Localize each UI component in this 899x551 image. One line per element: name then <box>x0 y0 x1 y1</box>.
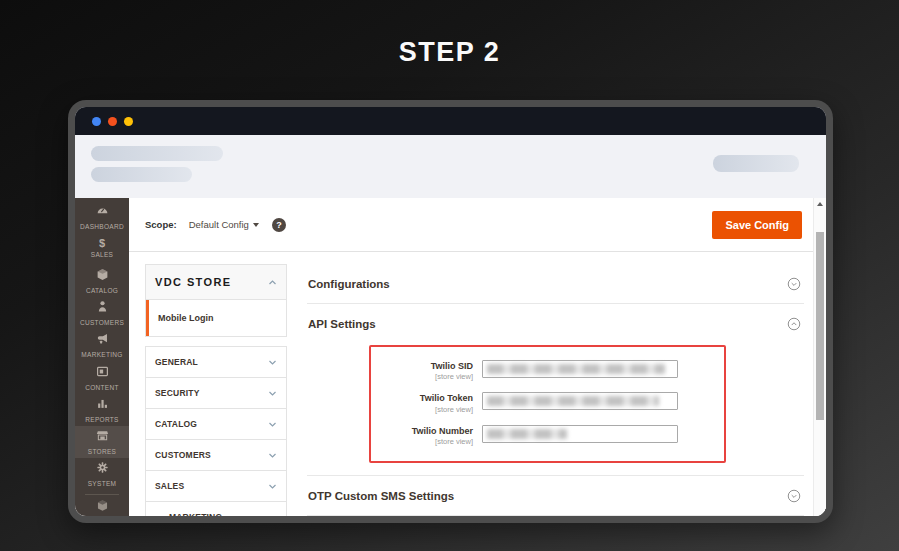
chevron-down-icon <box>268 389 277 398</box>
section-title: API Settings <box>308 318 376 330</box>
sidebar-item-label: SALES <box>91 251 113 258</box>
extensions-cube-icon <box>96 498 109 516</box>
sidebar-item-label: SYSTEM <box>88 480 117 487</box>
circle-chevron-down-icon <box>787 489 801 503</box>
megaphone-icon <box>96 331 109 349</box>
nav-item-label: Mobile Login <box>158 313 214 323</box>
question-mark-icon: ? <box>276 220 282 230</box>
chevron-down-icon <box>268 482 277 491</box>
nav-item-customers[interactable]: CUSTOMERS <box>146 440 286 471</box>
field-scope-label: [store view] <box>385 372 473 381</box>
sidebar-item-customers[interactable]: CUSTOMERS <box>75 297 129 329</box>
field-label: Twilio Number <box>385 426 473 437</box>
section-configurations[interactable]: Configurations <box>307 264 804 303</box>
nav-item-catalog[interactable]: CATALOG <box>146 409 286 440</box>
section-api-settings[interactable]: API Settings <box>307 304 804 343</box>
highlight-box: Twilio SID [store view] Twil <box>369 345 726 463</box>
chevron-down-icon <box>268 420 277 429</box>
storefront-icon <box>96 428 109 446</box>
field-scope-label: [store view] <box>385 437 473 446</box>
nav-item-mobile-login-active[interactable]: Mobile Login <box>145 300 287 337</box>
sidebar-item-dashboard[interactable]: DASHBOARD <box>75 200 129 232</box>
sidebar-item-label: DASHBOARD <box>80 223 124 230</box>
section-title: Configurations <box>308 278 390 290</box>
picture-frame-icon <box>96 364 109 382</box>
sidebar-item-label: CONTENT <box>85 384 119 391</box>
circle-chevron-down-icon <box>787 277 801 291</box>
sidebar-item-marketing[interactable]: MARKETING <box>75 329 129 361</box>
store-switcher-label: VDC STORE <box>155 276 232 288</box>
twilio-number-input[interactable] <box>482 425 678 443</box>
step-title: STEP 2 <box>0 37 899 68</box>
sidebar-item-content[interactable]: CONTENT <box>75 361 129 393</box>
api-settings-fields: Twilio SID [store view] Twil <box>307 343 804 475</box>
redacted-value <box>487 396 659 406</box>
field-label: Twilio SID <box>385 361 473 372</box>
gear-icon <box>96 460 109 478</box>
nav-item-marketing-automation[interactable]: MARKETING AUTOMATION <box>146 502 286 516</box>
scope-selector-value: Default Config <box>189 219 249 230</box>
sidebar-item-catalog[interactable]: CATALOG <box>75 264 129 296</box>
admin-sidebar: DASHBOARD $ SALES CATALOG CUSTOME <box>75 198 129 516</box>
sidebar-divider <box>85 494 119 495</box>
sidebar-item-label: STORES <box>88 448 116 455</box>
nav-item-general[interactable]: GENERAL <box>146 347 286 378</box>
config-nav-list: GENERAL SECURITY CATALOG <box>145 346 287 516</box>
dollar-icon: $ <box>99 238 105 249</box>
scrollbar[interactable] <box>813 198 826 516</box>
help-button[interactable]: ? <box>272 218 286 232</box>
browser-window: DASHBOARD $ SALES CATALOG CUSTOME <box>68 100 833 523</box>
scrollbar-thumb[interactable] <box>816 232 824 420</box>
twilio-sid-input[interactable] <box>482 360 678 378</box>
section-otp-custom-sms[interactable]: OTP Custom SMS Settings <box>307 476 804 515</box>
nav-item-label: GENERAL <box>155 357 198 367</box>
window-dot-yellow-icon[interactable] <box>124 117 133 126</box>
nav-item-label: SECURITY <box>155 388 200 398</box>
nav-item-label: SALES <box>155 481 184 491</box>
sidebar-item-system[interactable]: SYSTEM <box>75 458 129 490</box>
field-label: Twilio Token <box>385 393 473 404</box>
redacted-value <box>487 429 567 439</box>
bar-chart-icon <box>96 396 109 414</box>
chevron-down-icon <box>268 451 277 460</box>
window-dot-red-icon[interactable] <box>108 117 117 126</box>
sidebar-item-label: REPORTS <box>85 416 118 423</box>
nav-item-label: CATALOG <box>155 419 197 429</box>
skeleton-bar <box>91 167 192 182</box>
circle-chevron-up-icon <box>787 317 801 331</box>
speedometer-icon <box>96 203 109 221</box>
field-scope-label: [store view] <box>385 405 473 414</box>
scope-bar: Scope: Default Config ? Save Config <box>129 198 826 252</box>
field-twilio-number: Twilio Number [store view] <box>385 425 710 446</box>
scrollbar-up-arrow-icon[interactable] <box>817 202 823 206</box>
sidebar-item-label: CUSTOMERS <box>80 319 124 326</box>
scope-label: Scope: <box>145 219 177 230</box>
sidebar-item-sales[interactable]: $ SALES <box>75 232 129 264</box>
store-switcher[interactable]: VDC STORE <box>145 264 287 300</box>
sidebar-item-label: CATALOG <box>86 287 118 294</box>
chevron-down-icon <box>268 358 277 367</box>
section-title: OTP Custom SMS Settings <box>308 490 454 502</box>
product-box-icon <box>96 267 109 285</box>
sidebar-item-extensions[interactable] <box>75 498 129 516</box>
sidebar-item-stores[interactable]: STORES <box>75 426 129 458</box>
skeleton-bar <box>713 155 799 172</box>
nav-item-sales[interactable]: SALES <box>146 471 286 502</box>
scope-selector[interactable]: Default Config <box>189 219 259 230</box>
chevron-up-icon <box>268 278 277 287</box>
sidebar-item-label: MARKETING <box>81 351 122 358</box>
config-nav: VDC STORE Mobile Login GENERAL <box>145 264 287 516</box>
window-dot-blue-icon[interactable] <box>92 117 101 126</box>
caret-down-icon <box>253 223 259 227</box>
config-sections: Configurations API Settings <box>307 264 804 516</box>
twilio-token-input[interactable] <box>482 392 678 410</box>
save-config-button[interactable]: Save Config <box>712 211 802 239</box>
sidebar-item-reports[interactable]: REPORTS <box>75 393 129 425</box>
admin-content: Scope: Default Config ? Save Config VDC … <box>129 198 826 516</box>
field-twilio-sid: Twilio SID [store view] <box>385 360 710 381</box>
skeleton-bar <box>91 146 223 161</box>
nav-item-security[interactable]: SECURITY <box>146 378 286 409</box>
browser-header-skeleton <box>75 135 826 198</box>
nav-item-label: CUSTOMERS <box>155 450 211 460</box>
redacted-value <box>487 364 665 374</box>
